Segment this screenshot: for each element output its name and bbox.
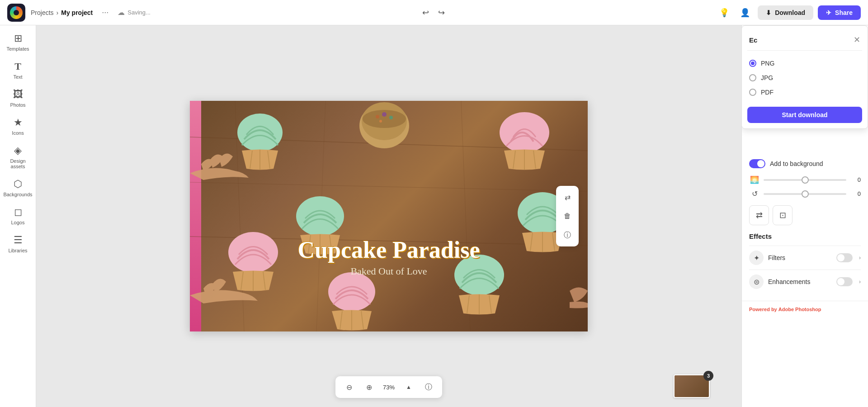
- dropdown-header: Ec ✕: [747, 31, 862, 51]
- thumbnail-wrapper: 3: [674, 374, 710, 398]
- svg-point-11: [389, 116, 393, 119]
- page-count-badge: 3: [703, 371, 713, 381]
- canvas-subtitle[interactable]: Baked Out of Love: [190, 265, 588, 277]
- enhancements-icon: ⊜: [749, 274, 764, 289]
- sidebar-item-templates[interactable]: ⊞ Templates: [2, 29, 34, 55]
- svg-point-25: [296, 196, 344, 236]
- png-radio[interactable]: [749, 60, 756, 67]
- format-option-jpg[interactable]: JPG: [747, 71, 862, 85]
- canvas-title[interactable]: Cupcake Paradise: [190, 237, 588, 263]
- jpg-label: JPG: [761, 74, 773, 81]
- svg-point-10: [382, 112, 387, 117]
- svg-point-12: [379, 120, 382, 123]
- zoom-out-button[interactable]: ⊖: [341, 379, 357, 395]
- rotation-slider-row: ↺ 0: [749, 189, 861, 198]
- zoom-level-display: 73%: [381, 384, 397, 391]
- sidebar-label-icons: Icons: [12, 130, 24, 136]
- floating-toolbar: ⇄ 🗑 ⓘ: [556, 186, 579, 246]
- avatar-button[interactable]: 👤: [737, 5, 753, 21]
- share-label: Share: [835, 9, 853, 16]
- templates-icon: ⊞: [14, 33, 22, 44]
- sidebar-item-logos[interactable]: ◻ Logos: [2, 203, 34, 229]
- add-to-background-toggle[interactable]: [749, 159, 765, 168]
- left-sidebar: ⊞ Templates T Text 🖼 Photos ★ Icons ◈ De…: [0, 25, 36, 407]
- cupcake-illustration: [190, 101, 588, 331]
- canvas-info-button[interactable]: ⓘ: [420, 379, 437, 395]
- zoom-in-button[interactable]: ⊕: [361, 379, 377, 395]
- sidebar-item-photos[interactable]: 🖼 Photos: [2, 85, 34, 111]
- bottom-toolbar: ⊖ ⊕ 73% ▲ ⓘ: [335, 376, 442, 398]
- svg-point-9: [376, 115, 379, 118]
- photos-icon: 🖼: [13, 89, 23, 100]
- brightness-track[interactable]: [764, 179, 846, 181]
- brightness-value: 0: [850, 176, 861, 183]
- logo-icon: [10, 6, 23, 19]
- jpg-radio[interactable]: [749, 74, 756, 81]
- topbar: Projects › My project ··· ☁ Saving... ↩ …: [0, 0, 868, 25]
- share-button[interactable]: ✈ Share: [818, 5, 861, 20]
- action-icons-row: ⇄ ⊡: [749, 205, 861, 225]
- sidebar-item-icons[interactable]: ★ Icons: [2, 113, 34, 139]
- crop-button[interactable]: ⊡: [773, 205, 793, 225]
- add-to-background-row: Add to background: [749, 159, 861, 168]
- saving-text: Saving...: [127, 9, 151, 16]
- undo-button[interactable]: ↩: [420, 5, 432, 20]
- download-icon: ⬇: [766, 9, 771, 16]
- topbar-right: 💡 👤 ⬇ Download ✈ Share: [716, 5, 861, 21]
- sidebar-item-design-assets[interactable]: ◈ Design assets: [2, 141, 34, 173]
- enhancements-chevron-icon[interactable]: ›: [859, 279, 861, 285]
- sidebar-item-text[interactable]: T Text: [2, 57, 34, 83]
- pdf-radio[interactable]: [749, 89, 756, 96]
- projects-link[interactable]: Projects: [31, 9, 54, 16]
- sidebar-label-logos: Logos: [11, 220, 25, 225]
- pdf-label: PDF: [761, 89, 774, 96]
- icons-icon: ★: [14, 117, 23, 128]
- powered-by: Powered by Adobe Photoshop: [742, 301, 868, 317]
- thumbnail-background: [675, 375, 709, 397]
- filters-label: Filters: [768, 254, 832, 261]
- rotation-value: 0: [850, 190, 861, 197]
- powered-by-text: Powered by: [749, 307, 777, 312]
- filters-chevron-icon[interactable]: ›: [859, 255, 861, 261]
- svg-point-17: [237, 114, 283, 151]
- share-icon: ✈: [826, 9, 831, 16]
- cloud-icon: ☁: [118, 8, 125, 17]
- sidebar-item-backgrounds[interactable]: ⬡ Backgrounds: [2, 175, 34, 201]
- sidebar-label-templates: Templates: [6, 46, 29, 52]
- canvas-text-overlay[interactable]: Cupcake Paradise Baked Out of Love: [190, 237, 588, 277]
- svg-point-37: [328, 272, 375, 311]
- dropdown-close-button[interactable]: ✕: [854, 35, 860, 45]
- zoom-chevron-button[interactable]: ▲: [401, 379, 417, 395]
- right-panel-content: Add to background 🌅 0 ↺ 0 ⇄: [742, 152, 868, 301]
- swap-button[interactable]: ⇄: [559, 189, 576, 206]
- main-layout: ⊞ Templates T Text 🖼 Photos ★ Icons ◈ De…: [0, 25, 868, 407]
- download-button[interactable]: ⬇ Download: [758, 5, 813, 20]
- delete-button[interactable]: 🗑: [559, 208, 576, 225]
- design-assets-icon: ◈: [14, 145, 22, 156]
- thumbnail-strip: 3: [674, 374, 710, 398]
- add-to-background-label: Add to background: [770, 160, 823, 167]
- canvas-area[interactable]: Cupcake Paradise Baked Out of Love ⇄ 🗑 ⓘ…: [36, 25, 741, 407]
- breadcrumb: Projects › My project: [31, 9, 93, 16]
- start-download-button[interactable]: Start download: [747, 107, 862, 123]
- rotation-track[interactable]: [764, 193, 846, 195]
- canvas-image[interactable]: Cupcake Paradise Baked Out of Love: [190, 101, 588, 331]
- libraries-icon: ☰: [14, 234, 23, 246]
- powered-by-brand: Adobe Photoshop: [778, 307, 821, 312]
- backgrounds-icon: ⬡: [14, 178, 22, 190]
- more-options-button[interactable]: ···: [98, 6, 112, 19]
- rotation-thumb[interactable]: [802, 190, 809, 198]
- filters-row: ✦ Filters ›: [749, 246, 861, 270]
- redo-button[interactable]: ↪: [435, 5, 448, 20]
- format-option-pdf[interactable]: PDF: [747, 85, 862, 99]
- filters-toggle[interactable]: [836, 253, 853, 262]
- flip-horizontal-button[interactable]: ⇄: [749, 205, 769, 225]
- lightbulb-button[interactable]: 💡: [716, 5, 732, 21]
- saving-indicator: ☁ Saving...: [118, 8, 151, 17]
- format-option-png[interactable]: PNG: [747, 56, 862, 71]
- sidebar-item-libraries[interactable]: ☰ Libraries: [2, 231, 34, 257]
- enhancements-toggle[interactable]: [836, 277, 853, 286]
- download-dropdown: Ec ✕ PNG JPG PDF Start download: [741, 25, 868, 129]
- info-button[interactable]: ⓘ: [559, 227, 576, 244]
- brightness-thumb[interactable]: [802, 176, 809, 184]
